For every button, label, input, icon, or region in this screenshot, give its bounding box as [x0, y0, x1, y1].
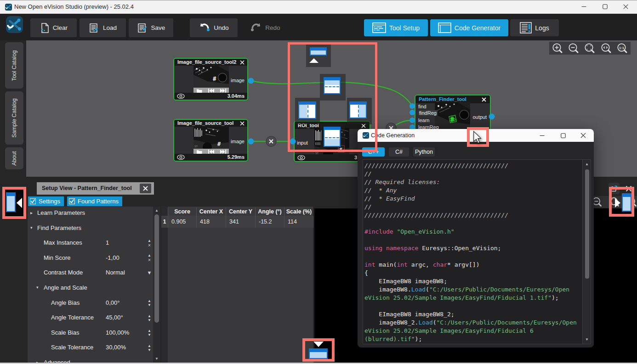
found-patterns-table[interactable]: ScoreCenter XCenter YAngle (°)Scale (%) … — [161, 207, 313, 363]
scrollbar-thumb[interactable] — [585, 169, 589, 279]
spin-clear-control[interactable]: ▲× — [146, 235, 153, 251]
scroll-up-icon[interactable]: ▲ — [583, 162, 591, 166]
parameter-label: Scale Tolerance — [51, 344, 93, 351]
parameter-value[interactable]: 0,00° — [106, 299, 120, 306]
chevron-down-icon[interactable]: ▼ — [147, 271, 152, 275]
save-button[interactable]: Save — [129, 18, 173, 37]
spin-up-icon[interactable]: ▲ — [148, 299, 151, 303]
setup-view-tab[interactable]: Setup View - Pattern_Finder_tool — [37, 182, 154, 195]
tree-row-max-instances[interactable]: Max Instances1▲× — [28, 235, 153, 251]
dropdown-control[interactable]: ▼ — [146, 265, 153, 280]
tree-expanded-icon[interactable]: ▾ — [30, 225, 33, 230]
window-maximize-button[interactable] — [594, 0, 615, 13]
tree-collapsed-icon[interactable]: ▸ — [30, 210, 33, 215]
code-scrollbar[interactable]: ▲ ▼ — [582, 160, 591, 344]
scroll-down-icon[interactable]: ▼ — [153, 357, 160, 361]
tree-row-angle-and-scale[interactable]: ▾Angle and Scale — [28, 280, 153, 296]
spinner-control[interactable]: ▲▼ — [146, 340, 153, 355]
code-line: EImageBW8 imageBW8; — [364, 277, 577, 286]
column-header-scale[interactable]: Scale (%) — [284, 207, 313, 216]
window-minimize-button[interactable] — [573, 0, 594, 13]
zoom-out-icon[interactable] — [568, 42, 580, 54]
spin-up-icon[interactable]: ▲ — [148, 344, 151, 348]
parameter-value[interactable]: 100,00% — [106, 329, 129, 336]
code-line: (blurred).tif"); — [364, 335, 577, 343]
clear-icon[interactable]: × — [148, 258, 151, 263]
dialog-maximize-button[interactable] — [552, 129, 574, 142]
spin-up-icon[interactable]: ▲ — [148, 329, 151, 333]
code-line: //////////////////////////////////////// — [364, 162, 577, 170]
tree-row-find-parameters[interactable]: ▾Find Parameters — [28, 221, 153, 236]
zoom-width-icon[interactable] — [600, 42, 612, 54]
tool-setup-button[interactable]: Tool Setup — [364, 19, 428, 36]
parameter-value[interactable]: Normal — [106, 269, 125, 276]
setup-view-tab-close-button[interactable] — [140, 184, 151, 193]
clear-icon — [40, 22, 50, 34]
column-header-center-y[interactable]: Center Y — [226, 207, 255, 216]
tree-row-min-score[interactable]: Min Score-1,00▲× — [28, 251, 153, 266]
tree-expanded-icon[interactable]: ▾ — [36, 285, 39, 290]
maximize-icon — [603, 4, 608, 9]
parameter-value[interactable]: 1 — [106, 239, 109, 246]
sidebar-item-sample-catalog[interactable]: Sample Catalog — [5, 91, 23, 145]
svg-text:1:1: 1:1 — [619, 46, 624, 50]
scroll-down-icon[interactable]: ▼ — [583, 337, 591, 342]
spin-down-icon[interactable]: ▼ — [148, 333, 151, 337]
wire-delete-icon[interactable] — [266, 136, 276, 146]
clear-button[interactable]: Clear — [30, 18, 77, 37]
parameter-label: Learn Parameters — [37, 209, 85, 216]
undo-button[interactable]: Undo — [190, 18, 238, 37]
tree-row-contrast-mode[interactable]: Contrast ModeNormal▼ — [28, 265, 153, 280]
spin-down-icon[interactable]: ▼ — [148, 303, 151, 307]
column-header-score[interactable]: Score — [168, 207, 196, 216]
load-button[interactable]: Load — [80, 18, 126, 37]
zoom-one-to-one-icon[interactable]: 1:1 — [616, 42, 628, 54]
sidebar-item-tool-catalog[interactable]: Tool Catalog — [5, 42, 23, 89]
close-icon — [623, 4, 628, 9]
redo-button[interactable]: Redo — [245, 18, 286, 37]
scroll-up-icon[interactable]: ▲ — [153, 208, 160, 213]
redo-icon — [250, 22, 262, 34]
spin-down-icon[interactable]: ▼ — [148, 318, 151, 322]
scrollbar-thumb[interactable] — [154, 214, 159, 323]
maximize-icon — [561, 133, 566, 138]
tree-row-learn-parameters[interactable]: ▸Learn Parameters — [28, 207, 153, 221]
parameter-value[interactable]: 30,00% — [106, 344, 126, 351]
dialog-minimize-button[interactable] — [531, 129, 552, 142]
column-header-center-x[interactable]: Center X — [196, 207, 226, 216]
app-logo-icon — [5, 4, 12, 11]
spin-down-icon[interactable]: ▼ — [148, 348, 151, 352]
tree-row-scale-bias[interactable]: Scale Bias100,00%▲▼ — [28, 325, 153, 341]
window-titlebar: New Open eVision Studio (preview) - 25.0… — [0, 0, 637, 14]
code-generator-button[interactable]: Code Generator — [430, 19, 508, 36]
spin-up-icon[interactable]: ▲ — [148, 314, 151, 318]
spin-up-icon[interactable]: ▲ — [148, 239, 151, 243]
logs-button[interactable]: Logs — [510, 19, 559, 36]
zoom-fit-icon[interactable] — [584, 42, 596, 54]
parameter-value[interactable]: 45,00° — [106, 314, 123, 321]
window-close-button[interactable] — [615, 0, 636, 13]
column-header-angle[interactable]: Angle (°) — [255, 207, 284, 216]
tree-row-scale-tolerance[interactable]: Scale Tolerance30,00%▲▼ — [28, 340, 153, 355]
spin-up-icon[interactable]: ▲ — [148, 253, 151, 258]
spinner-control[interactable]: ▲▼ — [146, 325, 153, 341]
dialog-close-button[interactable] — [573, 129, 594, 142]
settings-checkbox[interactable]: Settings — [28, 196, 64, 206]
zoom-in-icon[interactable] — [552, 42, 563, 54]
generated-code-view[interactable]: ////////////////////////////////////////… — [363, 159, 591, 344]
sidebar-item-about[interactable]: About — [5, 147, 23, 169]
spinner-control[interactable]: ▲▼ — [146, 296, 153, 311]
tree-row-angle-tolerance[interactable]: Angle Tolerance45,00°▲▼ — [28, 310, 153, 325]
clear-icon[interactable]: × — [148, 243, 151, 248]
parameters-tree-scrollbar[interactable]: ▲ ▼ — [153, 207, 160, 363]
tree-row-angle-bias[interactable]: Angle Bias0,00°▲▼ — [28, 296, 153, 311]
spin-clear-control[interactable]: ▲× — [146, 251, 153, 266]
found-patterns-checkbox[interactable]: Found Patterns — [67, 196, 122, 206]
table-row[interactable]: 0.905418341-15.2114 — [168, 216, 313, 228]
tab-csharp[interactable]: C# — [389, 147, 409, 157]
sidebar-item-label: Sample Catalog — [11, 98, 17, 137]
tab-python[interactable]: Python — [413, 147, 435, 157]
spinner-control[interactable]: ▲▼ — [146, 310, 153, 325]
tree-row-advanced[interactable]: ▸Advanced — [28, 355, 153, 363]
parameter-value[interactable]: -1,00 — [106, 254, 119, 261]
